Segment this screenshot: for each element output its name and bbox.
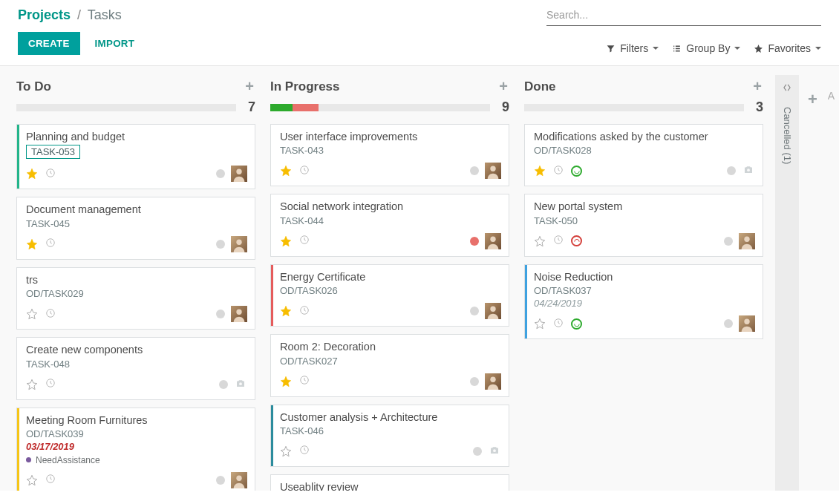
star-toggle[interactable] — [280, 305, 292, 317]
avatar[interactable] — [739, 233, 755, 249]
star-toggle[interactable] — [280, 445, 292, 457]
group-by-dropdown[interactable]: Group By — [672, 42, 740, 54]
star-toggle[interactable] — [26, 474, 38, 486]
status-dot[interactable] — [473, 447, 482, 456]
task-ref: TASK-048 — [26, 359, 247, 370]
breadcrumb-projects-link[interactable]: Projects — [18, 7, 71, 22]
clock-icon[interactable] — [45, 474, 56, 486]
favorites-dropdown[interactable]: Favorites — [754, 42, 821, 54]
import-button[interactable]: IMPORT — [91, 37, 140, 50]
avatar[interactable] — [231, 236, 247, 252]
breadcrumb: Projects / Tasks — [18, 7, 139, 23]
add-column[interactable]: + A — [808, 75, 837, 491]
add-card-button[interactable]: + — [753, 78, 762, 95]
task-card[interactable]: Energy CertificateOD/TASK026 — [270, 264, 509, 327]
task-ref: OD/TASK028 — [534, 145, 755, 156]
task-title: Customer analysis + Architecture — [280, 411, 501, 424]
task-card[interactable]: User interface improvementsTASK-043 — [270, 124, 509, 186]
star-toggle[interactable] — [26, 238, 38, 250]
task-card[interactable]: Planning and budgetTASK-053 — [16, 124, 255, 189]
star-toggle[interactable] — [534, 235, 546, 247]
task-card[interactable]: Customer analysis + ArchitectureTASK-046 — [270, 405, 509, 467]
avatar[interactable] — [485, 233, 501, 249]
status-dot[interactable] — [470, 307, 479, 315]
status-dot[interactable] — [216, 310, 225, 318]
avatar[interactable] — [739, 315, 755, 332]
add-column-label-partial: A — [828, 90, 837, 102]
task-card[interactable]: Modifications asked by the customerOD/TA… — [524, 124, 763, 186]
smiley-happy-icon[interactable]: ◡ — [571, 166, 582, 177]
task-card[interactable]: Room 2: DecorationOD/TASK027 — [270, 334, 509, 396]
chevron-down-icon — [815, 47, 821, 50]
task-title: trs — [26, 274, 247, 287]
clock-icon[interactable] — [553, 318, 564, 330]
add-card-button[interactable]: + — [499, 78, 508, 95]
clock-icon[interactable] — [553, 235, 564, 247]
task-card[interactable]: Document managementTASK-045 — [16, 197, 255, 259]
status-dot[interactable] — [724, 319, 733, 328]
avatar[interactable] — [231, 306, 247, 322]
clock-icon[interactable] — [299, 305, 310, 318]
breadcrumb-current: Tasks — [88, 7, 122, 22]
task-title: Social network integration — [280, 200, 501, 213]
status-dot[interactable] — [470, 237, 479, 246]
star-toggle[interactable] — [280, 376, 292, 387]
star-toggle[interactable] — [280, 235, 292, 247]
task-card[interactable]: New portal systemTASK-050◠ — [524, 194, 763, 256]
status-dot[interactable] — [216, 240, 225, 249]
status-dot[interactable] — [727, 166, 736, 175]
task-card[interactable]: Create new componentsTASK-048 — [16, 337, 255, 399]
task-card[interactable]: Noise ReductionOD/TASK03704/24/2019◡ — [524, 264, 763, 339]
column-cancelled-collapsed[interactable]: Cancelled (1) — [775, 75, 799, 491]
star-toggle[interactable] — [26, 168, 38, 180]
avatar[interactable] — [231, 472, 247, 488]
status-dot[interactable] — [219, 380, 228, 389]
status-dot[interactable] — [470, 166, 479, 175]
star-toggle[interactable] — [534, 318, 546, 330]
task-card[interactable]: Useablity review — [270, 474, 509, 491]
star-toggle[interactable] — [26, 379, 38, 390]
task-title: Energy Certificate — [280, 271, 501, 284]
create-button[interactable]: CREATE — [18, 32, 80, 55]
task-title: Noise Reduction — [534, 271, 755, 284]
search-input[interactable] — [546, 7, 821, 25]
chevron-down-icon — [734, 47, 740, 50]
star-toggle[interactable] — [534, 165, 546, 177]
smiley-sad-icon[interactable]: ◠ — [571, 235, 582, 246]
star-toggle[interactable] — [26, 308, 38, 320]
star-toggle[interactable] — [280, 165, 292, 177]
clock-icon[interactable] — [553, 165, 564, 177]
kanban-board: To Do + 7 Planning and budgetTASK-053Doc… — [0, 65, 839, 491]
task-title: Document management — [26, 203, 247, 216]
avatar[interactable] — [231, 166, 247, 182]
clock-icon[interactable] — [299, 375, 310, 387]
avatar[interactable] — [485, 163, 501, 179]
task-card[interactable]: trsOD/TASK029 — [16, 267, 255, 330]
clock-icon[interactable] — [299, 445, 310, 457]
task-title: User interface improvements — [280, 131, 501, 143]
task-tag: NeedAssistance — [26, 455, 247, 465]
clock-icon[interactable] — [299, 165, 310, 177]
clock-icon[interactable] — [45, 308, 56, 321]
smiley-happy-icon[interactable]: ◡ — [571, 318, 582, 330]
avatar[interactable] — [485, 303, 501, 319]
status-dot[interactable] — [216, 169, 225, 178]
clock-icon[interactable] — [299, 235, 310, 247]
clock-icon[interactable] — [45, 168, 56, 180]
task-card[interactable]: Meeting Room FurnituresOD/TASK03903/17/2… — [16, 408, 255, 491]
clock-icon[interactable] — [45, 378, 56, 390]
task-ref: OD/TASK039 — [26, 428, 247, 439]
task-title: Room 2: Decoration — [280, 341, 501, 353]
progress-bar — [524, 104, 744, 111]
task-card[interactable]: Social network integrationTASK-044 — [270, 194, 509, 256]
status-dot[interactable] — [724, 237, 733, 246]
status-dot[interactable] — [216, 476, 225, 485]
filters-dropdown[interactable]: Filters — [606, 42, 659, 54]
clock-icon[interactable] — [45, 238, 56, 250]
status-dot[interactable] — [470, 377, 479, 386]
add-card-button[interactable]: + — [245, 78, 254, 95]
expand-icon — [782, 82, 792, 95]
avatar[interactable] — [485, 373, 501, 390]
column-title: To Do — [16, 79, 51, 94]
svg-point-13 — [490, 236, 495, 241]
